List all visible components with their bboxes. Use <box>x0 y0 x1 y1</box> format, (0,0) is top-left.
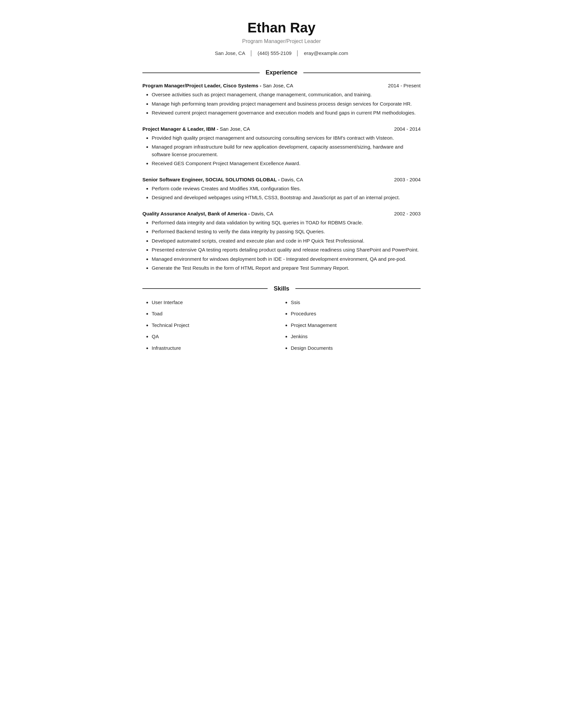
exp-header-row-3: Quality Assurance Analyst, Bank of Ameri… <box>142 211 421 216</box>
skills-section-header: Skills <box>142 285 421 292</box>
skills-grid: User Interface Toad Technical Project QA… <box>142 299 421 356</box>
section-line-left <box>142 72 259 73</box>
exp-bullets-0: Oversee activities such as project manag… <box>142 91 421 117</box>
exp-title-3: Quality Assurance Analyst, Bank of Ameri… <box>142 211 273 216</box>
experience-section-title: Experience <box>259 69 304 76</box>
skills-list-right: Ssis Procedures Project Management Jenki… <box>282 299 421 352</box>
contact-info: San Jose, CA │ (440) 555-2109 │ eray@exa… <box>142 50 421 56</box>
skill-right-1: Procedures <box>291 310 421 318</box>
exp-bullets-3: Performed data integrity and data valida… <box>142 219 421 272</box>
exp-dates-3: 2002 - 2003 <box>394 211 421 216</box>
skill-right-0: Ssis <box>291 299 421 306</box>
exp-title-bold-2: Senior Software Engineer, SOCIAL SOLUTIO… <box>142 177 280 182</box>
section-line-right <box>304 72 421 73</box>
contact-email: eray@example.com <box>304 50 349 56</box>
skill-left-3: QA <box>152 333 282 341</box>
exp-bullets-1: Provided high quality project management… <box>142 134 421 167</box>
exp-dates-2: 2003 - 2004 <box>394 177 421 182</box>
bullet-3-1: Performed Backend testing to verify the … <box>152 228 421 236</box>
bullet-0-2: Reviewed current project management gove… <box>152 109 421 117</box>
exp-title-bold-1: Project Manager & Leader, IBM - <box>142 126 218 132</box>
skill-right-3: Jenkins <box>291 333 421 341</box>
exp-entry-3: Quality Assurance Analyst, Bank of Ameri… <box>142 211 421 272</box>
bullet-1-0: Provided high quality project management… <box>152 134 421 142</box>
exp-dates-0: 2014 - Present <box>388 83 421 88</box>
exp-title-bold-0: Program Manager/Project Leader, Cisco Sy… <box>142 83 261 88</box>
exp-header-row-1: Project Manager & Leader, IBM - San Jose… <box>142 126 421 132</box>
exp-title-regular-1: San Jose, CA <box>218 126 250 132</box>
exp-title-1: Project Manager & Leader, IBM - San Jose… <box>142 126 250 132</box>
skills-section-title: Skills <box>267 285 295 292</box>
bullet-3-0: Performed data integrity and data valida… <box>152 219 421 227</box>
skills-line-left <box>142 288 267 289</box>
exp-title-regular-3: Davis, CA <box>250 211 273 216</box>
contact-phone: (440) 555-2109 <box>258 50 292 56</box>
bullet-1-2: Received GES Component Project Managemen… <box>152 160 421 167</box>
exp-title-0: Program Manager/Project Leader, Cisco Sy… <box>142 83 293 88</box>
exp-title-regular-0: San Jose, CA <box>261 83 293 88</box>
separator-1: │ <box>250 50 253 56</box>
exp-dates-1: 2004 - 2014 <box>394 126 421 132</box>
bullet-0-0: Oversee activities such as project manag… <box>152 91 421 99</box>
candidate-title: Program Manager/Project Leader <box>142 38 421 44</box>
bullet-3-5: Generate the Test Results in the form of… <box>152 264 421 272</box>
header-section: Ethan Ray Program Manager/Project Leader… <box>142 20 421 56</box>
exp-title-regular-2: Davis, CA <box>280 177 304 182</box>
resume-container: Ethan Ray Program Manager/Project Leader… <box>122 0 441 382</box>
bullet-1-1: Managed program infrastructure build for… <box>152 143 421 158</box>
bullet-2-1: Designed and developed webpages using HT… <box>152 194 421 202</box>
exp-entry-1: Project Manager & Leader, IBM - San Jose… <box>142 126 421 167</box>
contact-city: San Jose, CA <box>215 50 245 56</box>
skill-right-2: Project Management <box>291 322 421 329</box>
skills-list-left: User Interface Toad Technical Project QA… <box>142 299 282 352</box>
skill-right-4: Design Documents <box>291 344 421 352</box>
experience-list: Program Manager/Project Leader, Cisco Sy… <box>142 83 421 272</box>
skills-line-right <box>296 288 421 289</box>
bullet-3-2: Developed automated scripts, created and… <box>152 237 421 245</box>
experience-section-header: Experience <box>142 69 421 76</box>
exp-entry-2: Senior Software Engineer, SOCIAL SOLUTIO… <box>142 177 421 202</box>
skills-col-right: Ssis Procedures Project Management Jenki… <box>282 299 421 356</box>
exp-header-row-2: Senior Software Engineer, SOCIAL SOLUTIO… <box>142 177 421 182</box>
skill-left-0: User Interface <box>152 299 282 306</box>
skill-left-4: Infrastructure <box>152 344 282 352</box>
exp-bullets-2: Perform code reviews Creates and Modifie… <box>142 185 421 202</box>
skill-left-2: Technical Project <box>152 322 282 329</box>
bullet-0-1: Manage high performing team providing pr… <box>152 100 421 108</box>
candidate-name: Ethan Ray <box>142 20 421 36</box>
skills-col-left: User Interface Toad Technical Project QA… <box>142 299 282 356</box>
bullet-3-4: Managed environment for windows deployme… <box>152 255 421 263</box>
exp-title-bold-3: Quality Assurance Analyst, Bank of Ameri… <box>142 211 250 216</box>
bullet-2-0: Perform code reviews Creates and Modifie… <box>152 185 421 193</box>
skill-left-1: Toad <box>152 310 282 318</box>
exp-title-2: Senior Software Engineer, SOCIAL SOLUTIO… <box>142 177 303 182</box>
bullet-3-3: Presented extensive QA testing reports d… <box>152 246 421 254</box>
exp-entry-0: Program Manager/Project Leader, Cisco Sy… <box>142 83 421 117</box>
exp-header-row-0: Program Manager/Project Leader, Cisco Sy… <box>142 83 421 88</box>
separator-2: │ <box>296 50 299 56</box>
